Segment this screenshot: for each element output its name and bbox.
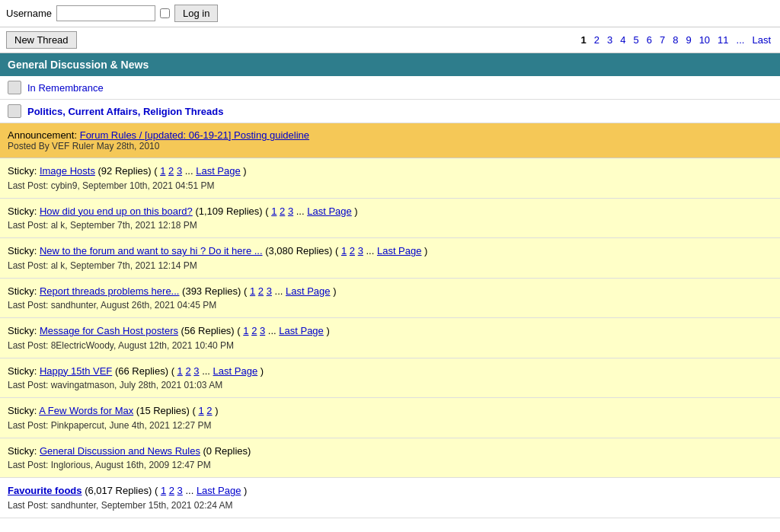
thread-page-link[interactable]: 3 [177, 485, 183, 496]
sticky-prefix: Sticky: [8, 245, 40, 256]
username-input[interactable] [56, 5, 155, 21]
thread-replies: (15 Replies) [136, 405, 193, 416]
page-11[interactable]: 11 [714, 33, 731, 46]
thread-page-link[interactable]: 1 [341, 245, 347, 256]
remember-checkbox[interactable] [160, 8, 170, 18]
thread-page-link[interactable]: 2 [185, 365, 190, 377]
sticky-prefix: Sticky: [8, 445, 40, 457]
thread-last-page-link[interactable]: Last Page [197, 485, 241, 496]
thread-title-line: Sticky: A Few Words for Max (15 Replies)… [8, 403, 772, 419]
thread-page-link[interactable]: 1 [161, 485, 166, 496]
thread-replies: (3,080 Replies) [265, 245, 335, 256]
thread-last-post: Last Post: sandhunter, September 15th, 2… [8, 499, 772, 512]
thread-title-link[interactable]: How did you end up on this board? [40, 205, 193, 217]
page-1[interactable]: 1 [578, 33, 590, 46]
thread-page-link[interactable]: 2 [251, 325, 257, 336]
thread-last-post: Last Post: Inglorious, August 16th, 2009… [8, 458, 772, 472]
thread-page-link[interactable]: 1 [271, 205, 277, 217]
thread-page-link[interactable]: 3 [267, 285, 272, 297]
subforum-link-politics[interactable]: Politics, Current Affairs, Religion Thre… [27, 106, 223, 117]
page-10[interactable]: 10 [696, 33, 713, 46]
subforum-politics: Politics, Current Affairs, Religion Thre… [0, 100, 780, 123]
new-thread-button[interactable]: New Thread [6, 31, 77, 49]
announcement-link[interactable]: Forum Rules / [updated: 06-19-21] Postin… [80, 129, 309, 141]
thread-last-page-link[interactable]: Last Page [196, 165, 241, 177]
thread-title-line: Sticky: New to the forum and want to say… [8, 244, 772, 259]
thread-page-link[interactable]: 2 [168, 165, 174, 177]
thread-title-line: Sticky: Message for Cash Host posters (5… [8, 323, 772, 339]
thread-replies: (393 Replies) [182, 285, 244, 297]
thread-replies: (56 Replies) [181, 325, 238, 336]
thread-page-link[interactable]: 1 [250, 285, 255, 297]
sticky-thread-row: Sticky: Message for Cash Host posters (5… [0, 318, 780, 358]
subforum-in-remembrance: In Remembrance [0, 76, 780, 100]
subforum-icon-2 [8, 104, 21, 118]
thread-page-link[interactable]: 2 [350, 245, 355, 256]
thread-replies: (0 Replies) [203, 445, 251, 457]
sticky-thread-row: Sticky: New to the forum and want to say… [0, 238, 780, 279]
sticky-thread-row: Sticky: A Few Words for Max (15 Replies)… [0, 398, 780, 438]
section-title: General Discussion & News [8, 59, 149, 71]
page-7[interactable]: 7 [657, 33, 668, 46]
page-3[interactable]: 3 [604, 33, 615, 46]
thread-title-link[interactable]: New to the forum and want to say hi ? Do… [40, 245, 263, 256]
thread-title-link[interactable]: Report threads problems here... [40, 285, 180, 297]
thread-page-link[interactable]: 2 [280, 205, 285, 217]
page-9[interactable]: 9 [682, 33, 694, 46]
page-6[interactable]: 6 [644, 33, 655, 46]
thread-page-link[interactable]: 2 [169, 485, 174, 496]
thread-title-link[interactable]: Image Hosts [40, 165, 95, 177]
thread-replies: (1,109 Replies) [195, 205, 265, 217]
login-bar: Username Log in [0, 0, 780, 27]
sticky-thread-row: Sticky: Happy 15th VEF (66 Replies) ( 1 … [0, 358, 780, 399]
thread-last-page-link[interactable]: Last Page [307, 205, 352, 217]
thread-page-link[interactable]: 2 [258, 285, 264, 297]
thread-title-line: Sticky: Report threads problems here... … [8, 284, 772, 299]
thread-title-line: Favourite foods (6,017 Replies) ( 1 2 3 … [8, 483, 772, 499]
thread-last-post: Last Post: cybin9, September 10th, 2021 … [8, 179, 772, 193]
thread-page-link[interactable]: 3 [177, 165, 182, 177]
thread-last-page-link[interactable]: Last Page [377, 245, 422, 256]
subforum-link-in-remembrance[interactable]: In Remembrance [27, 82, 104, 94]
toolbar-row: New Thread 1 2 3 4 5 6 7 8 9 10 11 ... L… [0, 27, 780, 53]
sticky-thread-row: Sticky: General Discussion and News Rule… [0, 438, 780, 479]
thread-last-page-link[interactable]: Last Page [286, 285, 331, 297]
thread-page-link[interactable]: 1 [198, 405, 203, 416]
thread-page-link[interactable]: 1 [243, 325, 248, 336]
thread-title-line: Sticky: Image Hosts (92 Replies) ( 1 2 3… [8, 164, 772, 179]
thread-last-post: Last Post: 8ElectricWoody, August 12th, … [8, 339, 772, 352]
thread-page-link[interactable]: 3 [288, 205, 293, 217]
thread-title-link[interactable]: Message for Cash Host posters [40, 325, 178, 336]
thread-last-page-link[interactable]: Last Page [279, 325, 324, 336]
pagination: 1 2 3 4 5 6 7 8 9 10 11 ... Last [578, 33, 774, 46]
page-last[interactable]: Last [749, 33, 774, 46]
sticky-thread-row: Sticky: Report threads problems here... … [0, 279, 780, 319]
thread-page-link[interactable]: 3 [193, 365, 199, 377]
announcement-prefix: Announcement: [8, 129, 77, 141]
thread-page-link[interactable]: 3 [260, 325, 265, 336]
thread-title-link[interactable]: Favourite foods [8, 485, 82, 496]
pagination-ellipsis: ... [734, 33, 748, 46]
thread-title-line: Sticky: Happy 15th VEF (66 Replies) ( 1 … [8, 364, 772, 379]
page-8[interactable]: 8 [670, 33, 681, 46]
thread-title-link[interactable]: Happy 15th VEF [40, 365, 112, 377]
announcement-line: Announcement: Forum Rules / [updated: 06… [8, 129, 772, 141]
page-2[interactable]: 2 [591, 33, 603, 46]
username-label: Username [6, 8, 52, 19]
announcement-posted-by: Posted By VEF Ruler May 28th, 2010 [8, 141, 772, 151]
page-5[interactable]: 5 [630, 33, 641, 46]
page-4[interactable]: 4 [617, 33, 628, 46]
thread-title-line: Sticky: How did you end up on this board… [8, 204, 772, 219]
thread-last-page-link[interactable]: Last Page [213, 365, 258, 377]
thread-page-link[interactable]: 3 [358, 245, 363, 256]
thread-title-link[interactable]: General Discussion and News Rules [40, 445, 200, 457]
thread-page-link[interactable]: 1 [160, 165, 165, 177]
thread-title-link[interactable]: A Few Words for Max [39, 405, 133, 416]
sticky-prefix: Sticky: [8, 365, 40, 377]
login-button[interactable]: Log in [174, 5, 218, 22]
thread-last-post: Last Post: wavingatmason, July 28th, 202… [8, 378, 772, 392]
sticky-threads-container: Sticky: Image Hosts (92 Replies) ( 1 2 3… [0, 158, 780, 478]
thread-replies: (66 Replies) [115, 365, 171, 377]
thread-page-link[interactable]: 1 [177, 365, 183, 377]
thread-page-link[interactable]: 2 [206, 405, 212, 416]
